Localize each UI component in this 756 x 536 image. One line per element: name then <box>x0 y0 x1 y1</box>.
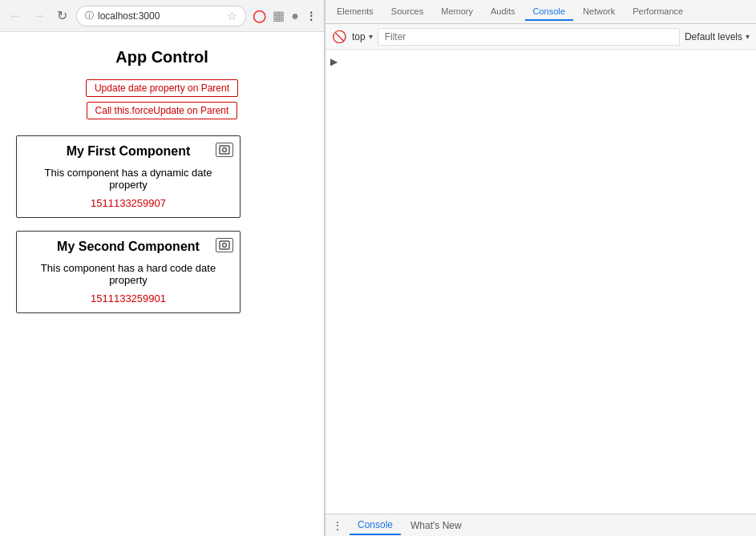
context-dropdown[interactable]: top ▾ <box>352 31 373 42</box>
svg-rect-0 <box>220 146 229 154</box>
filter-input[interactable] <box>378 28 680 46</box>
star-icon: ☆ <box>227 10 237 22</box>
bottom-tab-console[interactable]: Console <box>350 516 401 535</box>
devtools-toolbar: 🚫 top ▾ Default levels ▾ <box>325 24 756 50</box>
devtools-content: ▶ <box>325 50 756 514</box>
levels-dropdown-arrow: ▾ <box>746 32 750 41</box>
opera-icon: ◯ <box>253 9 266 23</box>
address-text: localhost:3000 <box>98 10 223 22</box>
tab-console[interactable]: Console <box>525 3 573 21</box>
tab-network[interactable]: Network <box>575 3 623 21</box>
svg-point-3 <box>223 244 227 248</box>
first-component-description: This component has a dynamic date proper… <box>25 167 232 191</box>
tab-audits[interactable]: Audits <box>483 3 524 21</box>
screenshot-icon-1 <box>216 143 233 157</box>
first-component-value: 1511133259907 <box>25 197 232 209</box>
address-bar[interactable]: ⓘ localhost:3000 ☆ <box>76 6 246 26</box>
more-vert-button[interactable]: ⋮ <box>332 519 343 532</box>
back-button[interactable]: ← <box>6 10 24 22</box>
second-component-description: This component has a hard code date prop… <box>25 262 232 286</box>
devtools-bottom-bar: ⋮ Console What's New <box>325 514 756 536</box>
second-component-value: 1511133259901 <box>25 292 232 304</box>
tab-memory[interactable]: Memory <box>433 3 481 21</box>
tab-sources[interactable]: Sources <box>383 3 431 21</box>
screenshot-icon-2 <box>216 238 233 252</box>
tab-elements[interactable]: Elements <box>329 3 382 21</box>
bottom-tab-whats-new[interactable]: What's New <box>402 517 470 534</box>
svg-point-1 <box>223 148 227 152</box>
browser-panel: ← → ↻ ⓘ localhost:3000 ☆ ◯ ▦ ● ⋮ App Con… <box>0 0 325 536</box>
app-title: App Control <box>16 48 308 66</box>
reload-button[interactable]: ↻ <box>55 10 70 22</box>
first-component-title: My First Component <box>25 144 232 159</box>
browser-chrome: ← → ↻ ⓘ localhost:3000 ☆ ◯ ▦ ● ⋮ <box>0 0 324 32</box>
svg-rect-2 <box>220 241 229 249</box>
context-dropdown-arrow: ▾ <box>369 32 373 41</box>
extension-icon: ▦ <box>273 8 285 23</box>
github-icon: ● <box>291 9 299 23</box>
page-content: App Control Update date property on Pare… <box>0 32 324 536</box>
devtools-tabs: Elements Sources Memory Audits Console N… <box>325 0 756 24</box>
update-date-button[interactable]: Update date property on Parent <box>86 79 238 97</box>
levels-dropdown[interactable]: Default levels ▾ <box>685 31 750 42</box>
clear-console-button[interactable]: 🚫 <box>332 30 347 44</box>
forward-button[interactable]: → <box>30 10 48 22</box>
action-buttons: Update date property on Parent Call this… <box>16 79 308 119</box>
lock-icon: ⓘ <box>85 10 94 22</box>
first-component-card: My First Component This component has a … <box>16 135 241 218</box>
context-label: top <box>352 31 366 42</box>
devtools-panel: Elements Sources Memory Audits Console N… <box>325 0 756 536</box>
second-component-title: My Second Component <box>25 240 232 254</box>
force-update-button[interactable]: Call this.forceUpdate on Parent <box>87 102 238 119</box>
tab-performance[interactable]: Performance <box>625 3 691 21</box>
more-button[interactable]: ⋮ <box>305 10 317 22</box>
second-component-card: My Second Component This component has a… <box>16 231 241 313</box>
expand-arrow[interactable]: ▶ <box>330 56 338 67</box>
levels-label: Default levels <box>685 31 742 42</box>
